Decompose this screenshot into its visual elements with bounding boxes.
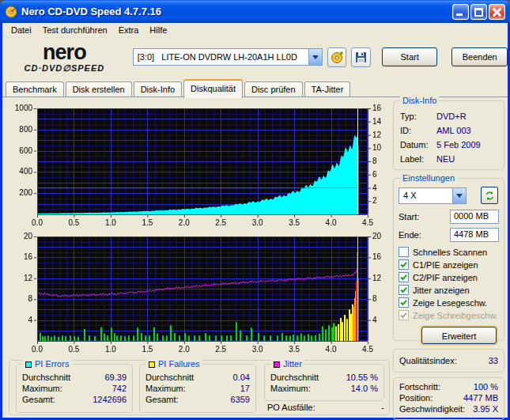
checkmark-icon	[399, 259, 409, 270]
pi-failures-total: 6359	[231, 395, 250, 404]
progress-box: Fortschritt:100 % Position:4477 MB Gesch…	[393, 377, 504, 420]
disk-id-value: AML 003	[436, 126, 471, 135]
speed-select[interactable]: 4 X	[399, 187, 467, 204]
checkbox-zeige-schreibgeschw: Zeige Schreibgeschw.	[399, 309, 499, 321]
settings-caption: Einstellungen	[400, 173, 457, 183]
drive-select-dropdown-button[interactable]	[308, 49, 322, 65]
save-icon	[355, 51, 367, 63]
disk-info-group: Disk-Info Typ:DVD+R ID:AML 003 Datum:5 F…	[393, 100, 504, 170]
pi-errors-legend-swatch	[25, 361, 32, 368]
chevron-down-icon	[312, 55, 319, 59]
checkmark-icon	[399, 272, 409, 282]
po-failures-row: PO Ausfälle: -	[267, 403, 384, 412]
disk-info-caption: Disk-Info	[400, 96, 439, 105]
end-field[interactable]: 4478 MB	[450, 228, 499, 242]
minimize-icon	[456, 13, 463, 16]
speed-row: Geschwindigkeit:3.95 X	[394, 403, 504, 414]
end-field-label: Ende:	[399, 230, 421, 240]
eject-disc-icon	[331, 51, 344, 64]
tab-bar: Benchmark Disk erstellen Disk-Info Diskq…	[2, 76, 508, 96]
speed-select-value: 4 X	[399, 191, 452, 200]
pi-failures-group: PI Failures Durchschnitt0.04 Maximum:17 …	[139, 364, 256, 413]
drive-select-value: [3:0] LITE-ON DVDRW LH-20A1H LL0D	[134, 52, 308, 62]
chevron-down-icon	[456, 194, 463, 198]
start-field-label: Start:	[399, 212, 419, 221]
menu-bar: Datei Test durchführen Extra Hilfe	[2, 23, 508, 38]
tab-disc-pruefen[interactable]: Disc prüfen	[244, 81, 303, 97]
checkbox-jitter-anzeigen[interactable]: Jitter anzeigen	[399, 284, 499, 296]
jitter-pif-chart	[6, 232, 391, 357]
settings-group: Einstellungen 4 X Start:0000 MB Ende:447…	[393, 178, 504, 341]
window-title: Nero CD-DVD Speed 4.7.7.16	[21, 6, 452, 17]
checkbox-icon	[399, 247, 409, 257]
checkbox-c1-pie-anzeigen[interactable]: C1/PIE anzeigen	[399, 259, 499, 271]
quality-index-label: Qualitätsindex:	[399, 356, 457, 365]
jitter-legend-swatch	[274, 361, 280, 368]
pi-errors-average: 69.39	[104, 373, 127, 382]
checkmark-icon	[399, 285, 409, 295]
disk-date-value: 5 Feb 2009	[436, 140, 481, 149]
pi-failures-maximum: 17	[240, 384, 250, 393]
client-area: Datei Test durchführen Extra Hilfe nero …	[2, 23, 508, 418]
pi-errors-caption: PI Errors	[35, 359, 69, 369]
disk-info-row: Datum:5 Feb 2009	[394, 138, 504, 152]
position-value: 4477 MB	[463, 393, 498, 403]
disk-label-value: NEU	[436, 154, 455, 164]
menu-extra[interactable]: Extra	[113, 24, 145, 36]
tab-disk-info[interactable]: Disk-Info	[134, 81, 182, 97]
pi-errors-chart	[6, 99, 391, 230]
start-button[interactable]: Start	[382, 47, 438, 66]
checkmark-icon	[399, 297, 409, 308]
checkbox-zeige-lesegeschw[interactable]: Zeige Lesegeschw.	[399, 297, 499, 308]
quit-button[interactable]: Beenden	[451, 47, 508, 66]
tab-benchmark[interactable]: Benchmark	[6, 81, 64, 97]
po-failures-label: PO Ausfälle:	[267, 403, 315, 412]
progress-value: 100 %	[474, 382, 498, 392]
tab-ta-jitter[interactable]: TA-Jitter	[304, 81, 351, 97]
disk-type-value: DVD+R	[436, 112, 467, 121]
app-icon	[5, 6, 17, 18]
tab-diskqualitaet[interactable]: Diskqualität	[183, 79, 243, 98]
refresh-button[interactable]	[481, 187, 498, 204]
disk-info-row: Typ:DVD+R	[394, 109, 504, 123]
start-field[interactable]: 0000 MB	[450, 210, 499, 224]
save-button[interactable]	[351, 47, 371, 67]
close-button[interactable]	[489, 4, 505, 20]
maximize-button[interactable]	[470, 4, 487, 20]
pi-errors-total: 1242696	[93, 395, 127, 404]
drive-select[interactable]: [3:0] LITE-ON DVDRW LH-20A1H LL0D	[133, 48, 323, 66]
title-bar[interactable]: Nero CD-DVD Speed 4.7.7.16	[0, 0, 510, 23]
eject-button[interactable]	[327, 47, 347, 67]
jitter-maximum: 14.0 %	[351, 384, 378, 393]
speed-value: 3.95 X	[473, 404, 498, 414]
speed-select-dropdown-button[interactable]	[452, 188, 466, 203]
position-row: Position:4477 MB	[394, 392, 504, 403]
checkbox-c2-pif-anzeigen[interactable]: C2/PIF anzeigen	[399, 271, 499, 283]
jitter-caption: Jitter	[283, 359, 302, 369]
minimize-button[interactable]	[452, 4, 469, 20]
pi-failures-legend-swatch	[149, 361, 155, 368]
menu-test-durchfuehren[interactable]: Test durchführen	[37, 24, 113, 36]
disk-info-row: Label:NEU	[394, 152, 504, 166]
diskquality-page: Disk-Info Typ:DVD+R ID:AML 003 Datum:5 F…	[2, 96, 508, 418]
refresh-icon	[485, 191, 495, 201]
advanced-button[interactable]: Erweitert	[421, 327, 497, 344]
pi-failures-caption: PI Failures	[158, 359, 200, 369]
checkmark-icon	[399, 310, 409, 320]
menu-datei[interactable]: Datei	[6, 24, 37, 36]
nero-logo: nero CD·DVD∅SPEED	[2, 42, 127, 73]
pi-errors-group: PI Errors Durchschnitt69.39 Maximum:742 …	[16, 364, 133, 413]
menu-hilfe[interactable]: Hilfe	[144, 24, 172, 36]
right-panel: Disk-Info Typ:DVD+R ID:AML 003 Datum:5 F…	[393, 100, 504, 420]
disk-info-row: ID:AML 003	[394, 123, 504, 138]
maximize-icon	[474, 8, 483, 17]
statistics-panel: PI Errors Durchschnitt69.39 Maximum:742 …	[9, 360, 390, 415]
checkbox-schnelles-scannen[interactable]: Schnelles Scannen	[399, 246, 499, 258]
quality-index-box: Qualitätsindex:33	[393, 349, 504, 373]
po-failures-value: -	[381, 403, 384, 412]
toolbar: nero CD·DVD∅SPEED [3:0] LITE-ON DVDRW LH…	[2, 38, 508, 76]
tab-disk-erstellen[interactable]: Disk erstellen	[66, 81, 132, 97]
jitter-group: Jitter Durchschnitt10.55 % Maximum:14.0 …	[264, 364, 384, 401]
pi-errors-maximum: 742	[112, 384, 127, 393]
pi-failures-average: 0.04	[233, 373, 250, 382]
